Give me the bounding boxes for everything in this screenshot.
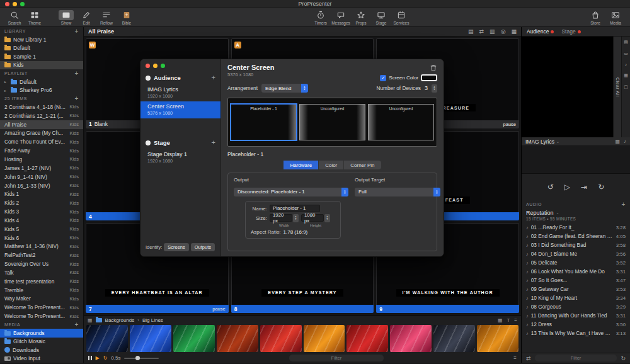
document-item[interactable]: Way Maker Kids [0, 295, 83, 304]
audio-song-row[interactable]: ♪ 13 This Is Why We Can_t Have Nice... 3… [522, 329, 630, 338]
media-thumbnail[interactable] [86, 325, 128, 352]
store-button[interactable]: Store [586, 10, 605, 25]
audio-song-row[interactable]: ♪ 04 Don_t Blame Me 3:56 [522, 249, 630, 258]
media-nav-item[interactable]: Backgrounds [0, 329, 83, 338]
breadcrumb-current[interactable]: Big Lines [142, 317, 163, 323]
bible-button[interactable]: Bible [117, 10, 136, 25]
height-stepper[interactable]: ▴▾ [324, 214, 330, 222]
audio-repeat-icon[interactable]: ↻ [621, 355, 626, 361]
add-audience-screen-button[interactable]: + [212, 74, 215, 81]
restart-icon[interactable]: ↺ [547, 183, 554, 191]
playlist-item[interactable]: ▸ Default [0, 77, 83, 86]
width-field[interactable]: 1920 px [270, 214, 292, 222]
reflow-button[interactable]: Reflow [97, 10, 116, 25]
dialog-close-button[interactable] [146, 64, 150, 68]
audio-filter-input[interactable] [535, 355, 617, 361]
document-item[interactable]: 2 Corinthians 12_1-21 (... Kids [0, 111, 83, 120]
output-panel[interactable]: Unconfigured [299, 104, 365, 140]
output-dropdown[interactable]: Disconnected: Placeholder - 1 ▴▾ [234, 188, 348, 196]
screen-list-item[interactable]: Center Screen 5376 x 1080 [140, 101, 220, 118]
timers-button[interactable]: Timers [311, 10, 330, 25]
media-nav-item[interactable]: Glitch Mosaic [0, 338, 83, 346]
media-thumbnail[interactable] [173, 325, 215, 352]
document-item[interactable]: Come Thou Fount Of Ev... Kids [0, 137, 83, 146]
document-item[interactable]: Sovereign Over Us Kids [0, 259, 83, 268]
breadcrumb-root[interactable]: Backgrounds [105, 317, 135, 323]
live-presentation-row[interactable]: IMAG Lyrics ⌄ ▦ ♪ [522, 137, 630, 146]
audio-song-row[interactable]: ♪ 11 Dancing With Our Hands Tied 3:31 [522, 311, 630, 320]
document-item[interactable]: Amazing Grace (My Ch... Kids [0, 129, 83, 138]
output-panel[interactable]: Placeholder - 1 [231, 104, 297, 140]
output-target-dropdown[interactable]: Full ▴▾ [355, 188, 440, 196]
media-thumbnail[interactable] [433, 325, 475, 352]
record-icon[interactable]: ◎ [501, 28, 506, 35]
audio-song-row[interactable]: ♪ 08 Gorgeous 3:29 [522, 302, 630, 311]
clear-layer-icon[interactable]: ▤ [624, 40, 628, 45]
media-thumbnail[interactable] [260, 325, 302, 352]
chevron-right-icon[interactable]: ▸ [4, 88, 8, 93]
thumbnail-view-icon[interactable]: ▦ [498, 317, 503, 323]
document-item[interactable]: Welcome To ProPresent... Kids [0, 312, 83, 321]
audio-song-row[interactable]: ♪ 01 ...Ready For It_ 3:28 [522, 223, 630, 232]
playlist-item[interactable]: ▸ Sharkey Pro6 [0, 86, 83, 95]
theme-button[interactable]: Theme [25, 10, 44, 25]
live-audio-icon[interactable]: ♪ [624, 139, 626, 144]
bin-options-icon[interactable]: ≡ [513, 355, 517, 361]
clear-layer-icon[interactable]: ▭ [624, 51, 628, 56]
document-item[interactable]: Talk Kids [0, 268, 83, 277]
media-thumbnail[interactable] [217, 325, 258, 352]
add-media-button[interactable]: + [75, 322, 79, 328]
audio-song-row[interactable]: ♪ 09 Getaway Car 3:53 [522, 285, 630, 293]
library-item[interactable]: New Library 1 [0, 35, 83, 44]
close-window-button[interactable] [5, 2, 9, 6]
media-thumbnail[interactable] [390, 325, 432, 352]
devices-stepper[interactable]: ▴▾ [432, 84, 437, 93]
clear-layer-icon[interactable]: ▢ [624, 84, 628, 89]
add-playlist-button[interactable]: + [75, 71, 79, 77]
screen-list-item[interactable]: Stage Display 1 1920 x 1080 [140, 149, 220, 166]
width-stepper[interactable]: ▴▾ [293, 214, 299, 222]
pause-icon[interactable] [88, 356, 92, 360]
dialog-minimize-button[interactable] [153, 64, 158, 68]
services-button[interactable]: Services [392, 10, 411, 25]
panel-view-icon[interactable]: ▤ [468, 28, 474, 35]
media-thumbnail[interactable] [477, 325, 518, 352]
screen-color-swatch[interactable] [421, 74, 437, 81]
delete-screen-button[interactable] [430, 63, 437, 74]
audio-song-row[interactable]: ♪ 10 King of My Heart 3:34 [522, 293, 630, 302]
transition-icon[interactable]: ⇄ [479, 28, 484, 35]
media-thumbnail[interactable] [130, 325, 171, 352]
identify-outputs-button[interactable]: Outputs [191, 243, 215, 251]
clear-layer-icon[interactable]: ♪ [625, 62, 627, 67]
shuffle-icon[interactable]: ⇄ [526, 355, 531, 361]
skip-forward-icon[interactable]: ⇥ [581, 183, 587, 191]
transition-slider[interactable] [124, 358, 159, 359]
document-item[interactable]: 2 Corinthians 4_1-18 (Ni... Kids [0, 103, 83, 111]
document-item[interactable]: Welcome To ProPresent... Kids [0, 303, 83, 312]
text-view-icon[interactable]: T [507, 317, 510, 323]
document-item[interactable]: John 9_1-41 (NIV) Kids [0, 173, 83, 181]
clear-layer-icon[interactable]: ▦ [624, 73, 628, 78]
window-controls[interactable] [5, 2, 25, 6]
list-view-icon[interactable]: ≡ [514, 317, 517, 323]
clear-all-button[interactable]: Clear All [613, 37, 621, 137]
stage-button[interactable]: Stage [372, 10, 391, 25]
document-item[interactable]: Tremble Kids [0, 286, 83, 295]
media-thumbnail[interactable] [304, 325, 345, 352]
screen-list-item[interactable]: IMAG Lyrics 1920 x 1080 [140, 84, 220, 101]
bin-panel-icon[interactable]: ▦ [88, 317, 93, 323]
add-library-button[interactable]: + [75, 28, 79, 35]
output-panel[interactable]: Unconfigured [368, 104, 434, 140]
height-field[interactable]: 1080 px [301, 214, 324, 222]
document-item[interactable]: Kids 1 Kids [0, 190, 83, 198]
arrangement-dropdown[interactable]: Edge Blend ▴▾ [261, 84, 308, 93]
name-field[interactable]: Placeholder - 1 [270, 205, 320, 212]
loop-playback-icon[interactable]: ↻ [598, 183, 604, 191]
detail-tab[interactable]: Color [319, 161, 344, 169]
media-button[interactable]: Media [606, 10, 625, 25]
chevron-down-icon[interactable]: ⌄ [556, 139, 560, 144]
document-item[interactable]: Matthew 14_1-36 (NIV) Kids [0, 242, 83, 251]
document-item[interactable]: Kids 5 Kids [0, 225, 83, 234]
detail-tab[interactable]: Corner Pin [344, 161, 381, 169]
document-item[interactable]: Fade Away Kids [0, 146, 83, 155]
